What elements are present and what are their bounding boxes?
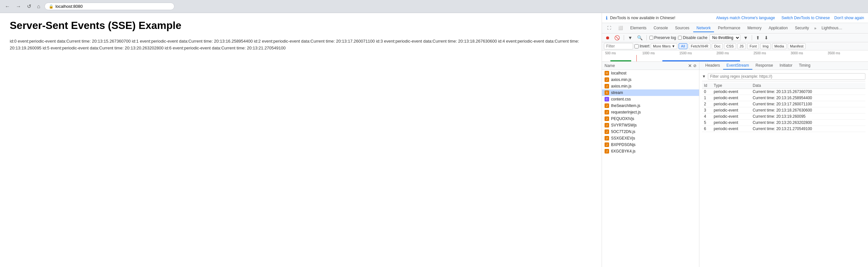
info-icon: ℹ <box>606 15 608 21</box>
dont-show-again-button[interactable]: Don't show again <box>834 16 864 20</box>
type-filter-fetchxhr[interactable]: Fetch/XHR <box>689 43 711 49</box>
file-item-5oc7t2dn[interactable]: J 5OC7T2DN.js <box>602 128 699 135</box>
tab-cursor[interactable]: ⛶ <box>604 24 614 32</box>
devtools-notification: ℹ DevTools is now available in Chinese! … <box>602 13 868 23</box>
detail-tab-headers[interactable]: Headers <box>702 62 723 69</box>
type-filter-font[interactable]: Font <box>747 43 759 49</box>
file-item-bxppdsgn[interactable]: J BXPPDSGNjs <box>602 142 699 148</box>
detail-panel: Headers EventStream Response Initiator T… <box>700 62 868 267</box>
tab-memory[interactable]: Memory <box>744 24 765 32</box>
tab-more-icon[interactable]: » <box>813 25 818 31</box>
cell-id: 5 <box>702 120 712 126</box>
filter-input[interactable] <box>604 43 633 50</box>
back-button[interactable]: ← <box>3 3 12 10</box>
timeline-label-3000: 3000 ms <box>791 51 828 55</box>
eventstream-filter-input[interactable] <box>708 73 865 80</box>
file-icon-svyrtwsw: J <box>604 123 609 127</box>
type-filter-img[interactable]: Img <box>760 43 771 49</box>
file-item-content-css[interactable]: C content.css <box>602 96 699 102</box>
detail-tab-response[interactable]: Response <box>752 62 776 69</box>
clear-button[interactable]: 🚫 <box>613 34 621 41</box>
tab-lighthouse[interactable]: Lighthous… <box>818 24 845 32</box>
cell-data: Current time: 20:13:20.263202800 <box>751 120 865 126</box>
cell-type: periodic-event <box>712 120 751 126</box>
disable-cache-checkbox[interactable] <box>678 36 682 40</box>
table-row[interactable]: 5 periodic-event Current time: 20:13:20.… <box>702 120 865 126</box>
timeline-label-1500: 1500 ms <box>679 51 716 55</box>
table-row[interactable]: 3 periodic-event Current time: 20:13:18.… <box>702 107 865 114</box>
filter-toggle-button[interactable]: ▼ <box>627 34 634 41</box>
refresh-button[interactable]: ↺ <box>25 3 33 10</box>
type-filter-js[interactable]: JS <box>737 43 746 49</box>
type-filter-all[interactable]: All <box>679 43 687 49</box>
file-item-axios2[interactable]: J axios.min.js <box>602 83 699 89</box>
file-item-searchitem[interactable]: J theSearchItem.js <box>602 102 699 109</box>
cell-id: 4 <box>702 114 712 120</box>
file-item-axios1[interactable]: J axios.min.js <box>602 77 699 83</box>
detail-tab-timing[interactable]: Timing <box>796 62 814 69</box>
file-item-requester[interactable]: J requesterInject.js <box>602 109 699 115</box>
file-list-header-name: Name <box>604 63 687 68</box>
export-button[interactable]: ⬇ <box>763 34 770 41</box>
detail-tab-initiator[interactable]: Initiator <box>776 62 796 69</box>
network-panel-content: Name ✕ ⊘ H localhost J axios.min.js J <box>602 62 868 267</box>
file-item-ssxgexev[interactable]: J SSXGEXEVjs <box>602 135 699 142</box>
devtools-tabs: ⛶ ⬜ Elements Console Sources Network Per… <box>602 23 868 33</box>
table-row[interactable]: 6 periodic-event Current time: 20:13:21.… <box>702 126 865 132</box>
tab-application[interactable]: Application <box>765 24 791 32</box>
file-item-localhost[interactable]: H localhost <box>602 70 699 77</box>
throttling-select[interactable]: No throttling <box>710 34 740 41</box>
tab-elements[interactable]: Elements <box>627 24 650 32</box>
file-name-requester: requesterInject.js <box>611 110 696 115</box>
tab-sources[interactable]: Sources <box>672 24 692 32</box>
tab-console[interactable]: Console <box>650 24 671 32</box>
throttle-more-button[interactable]: ▼ <box>742 34 749 41</box>
timeline-label-1000: 1000 ms <box>642 51 679 55</box>
tab-performance[interactable]: Performance <box>715 24 744 32</box>
detail-tabs: Headers EventStream Response Initiator T… <box>700 62 868 70</box>
toolbar-separator-3 <box>752 35 752 40</box>
type-filter-doc[interactable]: Doc <box>712 43 723 49</box>
match-language-button[interactable]: Always match Chrome's language <box>714 15 777 21</box>
cell-id: 1 <box>702 95 712 101</box>
cell-id: 3 <box>702 107 712 114</box>
type-filter-css[interactable]: CSS <box>724 43 736 49</box>
detail-tab-eventstream[interactable]: EventStream <box>723 62 752 69</box>
sse-output: id:0 event:periodic-event data:Current t… <box>10 38 592 52</box>
invert-checkbox[interactable] <box>634 44 639 49</box>
file-item-pequoxiv[interactable]: J PEQUOXIVjs <box>602 115 699 122</box>
file-name-pequoxiv: PEQUOXIVjs <box>611 116 696 121</box>
table-row[interactable]: 0 periodic-event Current time: 20:13:15.… <box>702 89 865 95</box>
forward-button[interactable]: → <box>14 3 23 10</box>
eventstream-filter: ▼ <box>702 72 865 81</box>
tab-security[interactable]: Security <box>792 24 812 32</box>
type-filter-manifest[interactable]: Manifest <box>788 43 806 49</box>
file-item-svyrtwsw[interactable]: J SVYRTWSWjs <box>602 122 699 128</box>
detail-content: ▼ Id Type Data 0 periodic-e <box>700 70 868 267</box>
close-detail-button[interactable]: ✕ <box>688 63 692 68</box>
record-button[interactable]: ⏺ <box>604 34 611 41</box>
table-row[interactable]: 2 periodic-event Current time: 20:13:17.… <box>702 101 865 107</box>
filter-icon: ▼ <box>702 74 706 79</box>
timeline-label-3500: 3500 ms <box>828 51 865 55</box>
file-item-stream[interactable]: S stream <box>602 89 699 96</box>
preserve-log-checkbox[interactable] <box>649 36 653 40</box>
search-button[interactable]: 🔍 <box>636 34 644 41</box>
more-filters-button[interactable]: More filters ▼ <box>651 43 677 49</box>
home-button[interactable]: ⌂ <box>35 3 42 10</box>
table-row[interactable]: 4 periodic-event Current time: 20:13:19.… <box>702 114 865 120</box>
file-name-searchitem: theSearchItem.js <box>611 103 696 108</box>
import-button[interactable]: ⬆ <box>755 34 761 41</box>
file-name-stream: stream <box>611 90 696 95</box>
type-filter-media[interactable]: Media <box>772 43 786 49</box>
switch-devtools-button[interactable]: Switch DevTools to Chinese <box>780 15 832 21</box>
tab-network[interactable]: Network <box>693 24 714 32</box>
url-text: localhost:8080 <box>56 4 83 9</box>
table-row[interactable]: 1 periodic-event Current time: 20:13:16.… <box>702 95 865 101</box>
close-icon[interactable]: ⊘ <box>693 63 696 68</box>
tab-device[interactable]: ⬜ <box>615 24 626 32</box>
cell-id: 0 <box>702 89 712 95</box>
file-icon-ssxgexev: J <box>604 136 609 141</box>
file-item-6xgcbyk4[interactable]: J 6XGCBYK4.js <box>602 148 699 154</box>
file-name-bxppdsgn: BXPPDSGNjs <box>611 143 696 147</box>
